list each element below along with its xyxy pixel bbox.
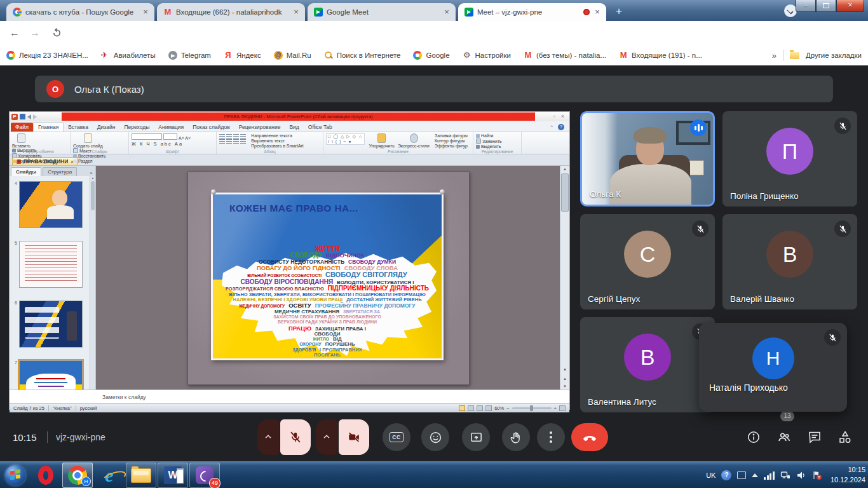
ribbon-tab-7[interactable]: Показ слайдов [188,123,234,132]
bookmark-item[interactable]: Лекція 23 ЗНАЧЕН... [6,51,88,60]
indent-icon[interactable] [233,134,239,139]
action-center-flag-icon[interactable] [812,470,822,480]
zoom-slider-thumb[interactable] [530,405,533,411]
raise-hand-button[interactable] [502,423,530,451]
tab-outline[interactable]: Структура [43,167,77,176]
more-options-button[interactable] [537,423,565,451]
bookmark-item[interactable]: ЯЯндекс [224,51,261,60]
participant-tile[interactable]: ВВалентина Литус [580,317,715,412]
slide-thumbnail[interactable]: 6 [12,301,91,348]
minimize-button[interactable]: – [796,0,816,12]
ribbon-tab-8[interactable]: Рецензирование [234,123,285,132]
zoom-out-button[interactable]: − [506,405,509,411]
section-button[interactable]: Раздел [73,159,106,163]
scrollbar-thumb[interactable] [561,173,569,212]
normal-view-icon[interactable] [459,405,465,411]
tab-close-icon[interactable]: × [140,7,151,17]
bookmarks-overflow-button[interactable]: » [772,51,776,60]
next-slide-icon[interactable]: ▼ [560,383,569,390]
bookmark-item[interactable]: Google [413,51,449,60]
participant-tile[interactable]: ВВалерій Швачко [722,214,857,309]
align-text-button[interactable]: Выровнять текст [251,139,303,143]
scroll-up-icon[interactable]: ▲ [560,166,569,172]
reset-button[interactable]: Восстановить [73,154,106,158]
panel-close-icon[interactable]: × [90,170,93,176]
chat-button[interactable] [802,424,827,450]
new-tab-button[interactable]: + [611,4,627,19]
activities-button[interactable] [832,424,858,450]
scroll-down-icon[interactable]: ▼ [560,367,569,373]
align-left-icon[interactable] [219,139,225,144]
taskbar-viber-button[interactable]: 49 [189,463,220,488]
ribbon-tab-1[interactable]: Файл [11,123,33,132]
scrollbar-thumb[interactable] [91,181,95,210]
scroll-up-icon[interactable]: ▲ [92,176,95,180]
font-name-select[interactable] [132,133,162,140]
justify-icon[interactable] [240,139,246,144]
maximize-button[interactable] [816,0,836,12]
reactions-button[interactable] [421,423,449,451]
participant-tile[interactable]: ССергій Цепух [580,214,715,309]
fit-to-window-icon[interactable] [559,405,566,411]
taskbar-word-button[interactable]: W [158,463,188,488]
close-button[interactable]: × [836,0,864,12]
ribbon-tab-5[interactable]: Переходы [119,123,154,132]
present-button[interactable] [462,423,490,451]
language-indicator[interactable]: UK [706,471,715,479]
captions-button[interactable]: CC [383,423,410,451]
help-tray-icon[interactable]: ? [721,470,731,480]
line-spacing-icon[interactable] [240,134,246,139]
camera-toggle-button[interactable] [339,419,369,455]
browser-tab[interactable]: Meet – vjz-gwxi-pne× [458,3,606,21]
font-style-buttons[interactable]: Ж К Ч S abc Аа [132,141,214,147]
tab-slides[interactable]: Слайды [11,167,41,176]
meeting-details-button[interactable] [741,424,766,450]
window-tray-icon[interactable] [737,471,746,479]
mic-toggle-button[interactable] [280,419,311,455]
slide-thumbnail[interactable]: 4 [12,181,91,228]
smartart-button[interactable]: Преобразовать в SmartArt [251,144,303,148]
undo-icon[interactable] [27,114,31,119]
taskbar-explorer-button[interactable] [126,463,156,488]
hidden-icons-arrow[interactable] [752,473,758,477]
bookmark-item[interactable]: M(без темы) - natalia... [524,51,606,60]
tab-close-icon[interactable]: × [442,7,452,17]
ribbon-tab-3[interactable]: Вставка [64,123,93,132]
taskbar-opera-button[interactable] [31,463,61,488]
participants-button[interactable] [771,424,797,450]
zoom-in-button[interactable]: + [554,405,557,411]
slide-thumbnail[interactable]: 5 [12,241,91,288]
bookmark-item[interactable]: ⚙Настройки [463,51,511,60]
taskbar-ie-button[interactable]: e [94,463,125,488]
select-button[interactable]: Выделить [476,144,502,149]
ppt-minimize-icon[interactable]: ▫ [553,113,555,119]
mic-options-button[interactable] [257,419,279,455]
reading-view-icon[interactable] [477,405,483,411]
slideshow-view-icon[interactable] [485,405,492,411]
align-right-icon[interactable] [233,139,239,144]
end-call-button[interactable] [571,423,608,451]
help-icon[interactable]: ? [558,124,564,130]
shape-effects-button[interactable]: Эффекты фигур [435,144,468,148]
text-direction-button[interactable]: Направление текста [251,133,303,138]
paste-button[interactable]: Вставить [12,133,31,148]
redo-icon[interactable] [33,114,37,119]
ribbon-tab-4[interactable]: Дизайн [93,123,120,132]
sorter-view-icon[interactable] [468,405,474,411]
browser-tab[interactable]: Google Meet× [308,3,456,21]
participant-tile[interactable]: Ольга К [580,111,715,207]
shapes-gallery[interactable]: □ ◯ △ ▷ ◇ ☆ [328,134,363,139]
format-painter-button[interactable]: Формат по образцу [12,159,56,163]
font-size-select[interactable] [163,133,177,140]
bookmark-item[interactable]: ✈Авиабилеты [101,51,156,60]
bookmark-item[interactable]: @Mail.Ru [274,51,311,60]
back-button[interactable]: ← [8,26,22,40]
notes-pane[interactable]: Заметки к слайду [10,390,569,403]
reload-button[interactable] [50,26,64,40]
camera-options-button[interactable] [316,419,337,455]
save-icon[interactable] [20,114,25,119]
shape-fill-button[interactable]: Заливка фигуры [435,133,468,138]
participant-tile-floating[interactable]: ННаталія Приходько [699,323,847,412]
current-slide[interactable]: КОЖЕН МАЄ ПРАВО НА... ЖИТТЯСВОБОДУВІДПОЧ… [187,172,470,385]
ppt-close-icon[interactable]: × [561,113,564,119]
